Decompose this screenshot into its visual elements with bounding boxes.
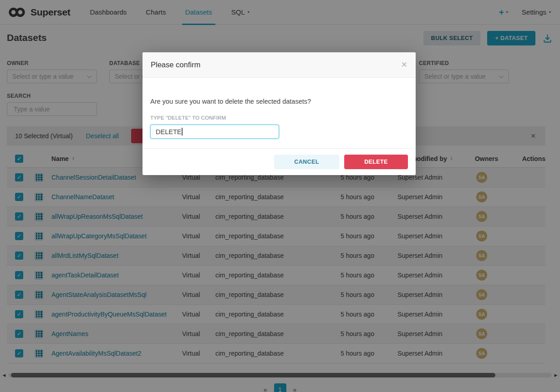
- modal-body: Are you sure you want to delete the sele…: [143, 78, 416, 139]
- delete-confirm-input[interactable]: DELETE: [150, 125, 279, 139]
- text-cursor: [182, 128, 183, 136]
- modal-title: Please confirm: [151, 60, 200, 69]
- modal-header: Please confirm ✕: [143, 52, 416, 78]
- delete-confirm-input-value: DELETE: [156, 128, 181, 136]
- cancel-button[interactable]: CANCEL: [274, 155, 339, 169]
- delete-button[interactable]: DELETE: [344, 155, 408, 169]
- delete-confirm-modal: Please confirm ✕ Are you sure you want t…: [143, 52, 416, 175]
- modal-footer: CANCEL DELETE: [143, 148, 416, 175]
- superset-datasets-page: Superset Dashboards Charts Datasets SQL …: [0, 0, 560, 392]
- close-icon[interactable]: ✕: [401, 60, 407, 70]
- type-delete-label: TYPE "DELETE" TO CONFIRM: [150, 115, 408, 121]
- confirm-message: Are you sure you want to delete the sele…: [150, 98, 408, 105]
